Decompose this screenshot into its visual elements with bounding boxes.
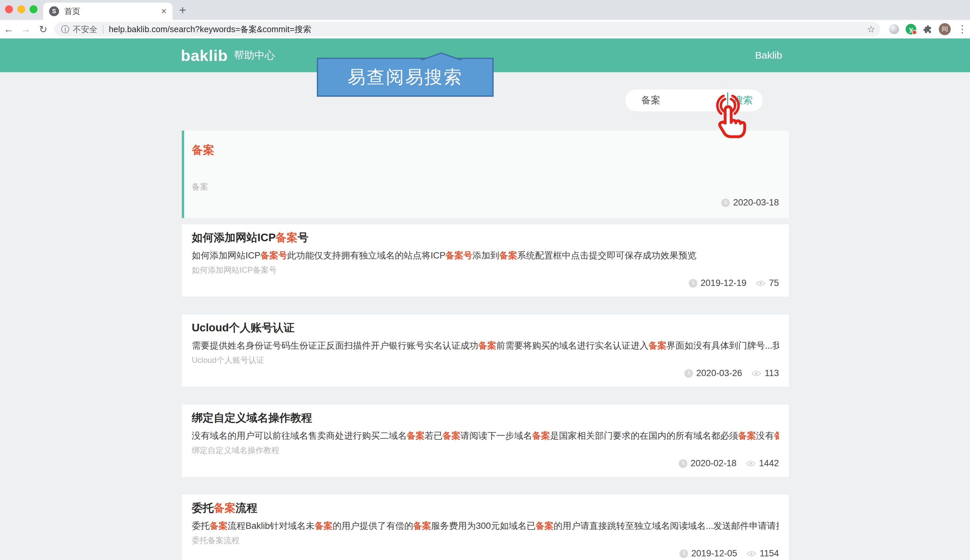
result-desc: 如何添加网站ICP备案号此功能仅支持拥有独立域名的站点将ICP备案号添加到备案系… (192, 249, 779, 262)
search-result-card[interactable]: 备案 备案 2020-03-18 (182, 130, 789, 218)
text-segment: 没有域名的用户可以前往域名售卖商处进行购买二域名 (192, 431, 407, 441)
result-meta: 2019-12-19 75 (192, 278, 779, 288)
annotation-callout: 易查阅易搜索 (317, 58, 493, 97)
text-segment: 此功能仅支持拥有独立域名的站点将ICP (287, 250, 445, 260)
browser-tab[interactable]: S 首页 × (43, 3, 172, 20)
info-icon[interactable]: ⓘ (61, 24, 69, 35)
baklib-logo[interactable]: baklib (181, 47, 228, 65)
search-result-card[interactable]: 绑定自定义域名操作教程 没有域名的用户可以前往域名售卖商处进行购买二域名备案若已… (182, 405, 789, 477)
text-segment: Ucloud个人账号认证 (192, 322, 294, 334)
url-text[interactable]: help.baklib.com/search?keywords=备案&commi… (109, 24, 311, 35)
highlighted-term: 备案 (443, 431, 460, 441)
back-icon[interactable]: ← (0, 23, 17, 35)
header-nav-link[interactable]: Baklib (755, 38, 782, 72)
text-segment: 界面如没有具体到门牌号...我们为... (666, 341, 779, 351)
result-title[interactable]: 委托备案流程 (192, 502, 779, 515)
result-date: 2020-03-26 (696, 368, 742, 378)
views-count: 1154 (760, 548, 779, 559)
result-date: 2019-12-05 (691, 548, 737, 559)
clock-icon (679, 549, 688, 558)
text-segment: 若已 (425, 431, 443, 441)
text-segment: 需要提供姓名身份证号码生份证正反面扫描件开户银行账号实名认证成功 (192, 341, 478, 351)
site-favicon-icon: S (49, 6, 59, 16)
text-segment: 前需要将购买的域名进行实名认证进入 (496, 341, 649, 351)
text-segment: 没有 (756, 431, 774, 441)
result-date: 2019-12-19 (701, 278, 746, 288)
search-result-card[interactable]: 如何添加网站ICP备案号 如何添加网站ICP备案号此功能仅支持拥有独立域名的站点… (182, 224, 789, 297)
browser-menu-icon[interactable]: ⋮ (957, 24, 967, 34)
views-count: 113 (765, 368, 779, 378)
text-segment: 服务费用为300元如域名已 (431, 521, 536, 531)
text-segment: 委托 (192, 502, 214, 514)
result-meta: 2020-03-18 (192, 197, 779, 208)
result-date-wrap: 2020-03-26 (684, 368, 742, 378)
minimize-window-button[interactable] (17, 5, 25, 13)
views-count: 1442 (759, 458, 779, 468)
bookmark-star-icon[interactable]: ☆ (867, 24, 875, 35)
result-title[interactable]: 备案 (192, 142, 779, 157)
new-tab-button[interactable]: + (179, 3, 186, 17)
globe-extension-icon[interactable] (889, 24, 899, 34)
result-subtitle: 委托备案流程 (192, 535, 779, 546)
tab-title: 首页 (64, 6, 161, 17)
close-window-button[interactable] (5, 5, 13, 13)
result-meta: 2019-12-05 1154 (192, 548, 779, 559)
click-hand-icon (709, 95, 753, 145)
text-segment: 如何添加网站ICP (192, 250, 261, 260)
result-subtitle: 绑定自定义域名操作教程 (192, 445, 779, 456)
search-result-card[interactable]: Ucloud个人账号认证 需要提供姓名身份证号码生份证正反面扫描件开户银行账号实… (182, 315, 789, 387)
highlighted-term: 备案 (774, 431, 779, 441)
result-subtitle: 如何添加网站ICP备案号 (192, 265, 779, 276)
logo-wrap[interactable]: baklib 帮助中心 (181, 38, 275, 72)
result-views: 1154 (746, 548, 779, 559)
text-segment: 是国家相关部门要求的在国内的所有域名都必须 (550, 431, 738, 441)
highlighted-term: 备案 (276, 231, 298, 243)
url-divider (103, 25, 104, 33)
text-segment: 的用户提供了有偿的 (333, 521, 413, 531)
text-segment: 委托 (192, 521, 210, 531)
text-segment: 绑定自定义域名操作教程 (192, 412, 312, 424)
highlighted-term: 备案 (738, 431, 756, 441)
browser-window: S 首页 × + ← → ↻ ⓘ 不安全 help.baklib.com/sea… (0, 0, 970, 560)
text-segment: 的用户请直接跳转至独立域名阅读域名...发送邮件申请请按照如... (554, 521, 779, 531)
highlighted-term: 备案 (532, 431, 550, 441)
highlighted-term: 备案 (536, 521, 554, 531)
text-segment: 如何添加网站ICP (192, 231, 276, 243)
search-result-card[interactable]: 委托备案流程 委托备案流程Baklib针对域名未备案的用户提供了有偿的备案服务费… (182, 495, 789, 560)
views-count: 75 (769, 278, 779, 288)
help-center-label: 帮助中心 (234, 48, 275, 62)
result-views: 113 (751, 368, 779, 378)
reload-icon[interactable]: ↻ (35, 23, 52, 35)
highlighted-term: 备案 (210, 521, 227, 531)
address-bar[interactable]: ⓘ 不安全 help.baklib.com/search?keywords=备案… (54, 22, 880, 37)
result-date-wrap: 2020-02-18 (679, 458, 736, 468)
y-extension-icon[interactable]: y (906, 24, 916, 35)
result-subtitle: 备案 (192, 181, 779, 192)
extensions-puzzle-icon[interactable] (923, 25, 932, 34)
callout-notch (420, 52, 463, 60)
eye-icon (746, 460, 756, 467)
text-segment: 请阅读下一步域名 (460, 431, 532, 441)
result-title[interactable]: 绑定自定义域名操作教程 (192, 411, 779, 425)
result-desc: 没有域名的用户可以前往域名售卖商处进行购买二域名备案若已备案请阅读下一步域名备案… (192, 429, 779, 442)
text-segment: 流程Baklib针对域名未 (227, 521, 315, 531)
result-subtitle: Ucloud个人账号认证 (192, 355, 779, 366)
text-segment: 流程 (236, 502, 258, 514)
profile-avatar[interactable]: 间 (939, 23, 951, 35)
result-desc: 需要提供姓名身份证号码生份证正反面扫描件开户银行账号实名认证成功备案前需要将购买… (192, 339, 779, 352)
clock-icon (679, 459, 687, 468)
security-label[interactable]: 不安全 (73, 24, 97, 35)
result-desc: 委托备案流程Baklib针对域名未备案的用户提供了有偿的备案服务费用为300元如… (192, 519, 779, 532)
toolbar-right-icons: y 间 ⋮ (889, 20, 967, 38)
result-date: 2020-03-18 (733, 197, 779, 208)
zoom-window-button[interactable] (30, 5, 37, 13)
results-list: 备案 备案 2020-03-18 如何添加网站ICP备案号 如何添加网站ICP备… (182, 130, 789, 560)
close-tab-icon[interactable]: × (161, 7, 167, 16)
clock-icon (684, 369, 693, 378)
result-title[interactable]: 如何添加网站ICP备案号 (192, 231, 779, 244)
result-views: 75 (756, 278, 779, 288)
search-input-value[interactable]: 备案 (641, 94, 661, 107)
result-title[interactable]: Ucloud个人账号认证 (192, 321, 779, 334)
result-date: 2020-02-18 (691, 458, 736, 468)
forward-icon[interactable]: → (17, 23, 35, 35)
